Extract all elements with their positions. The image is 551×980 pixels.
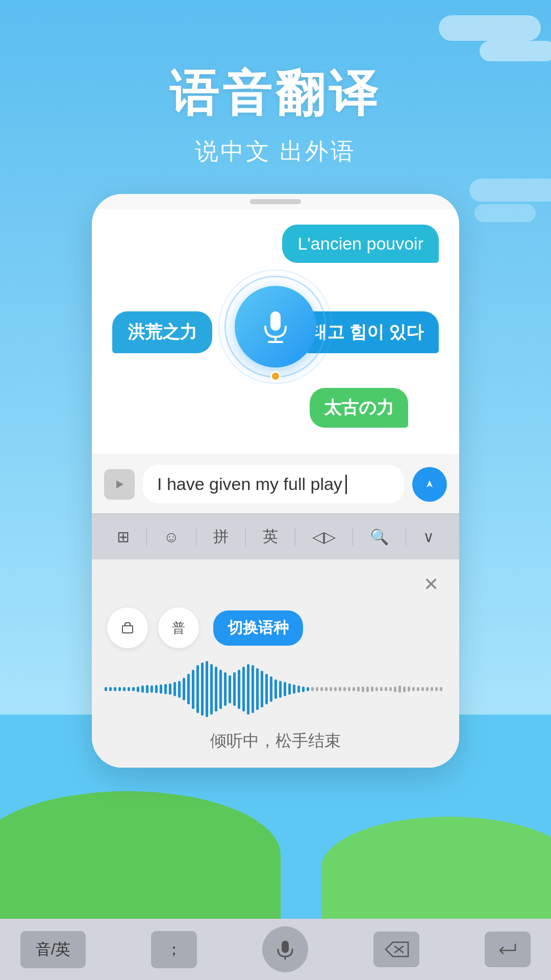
- voice-option-standard[interactable]: 普: [158, 607, 199, 648]
- phone-top-bar: [92, 194, 459, 209]
- input-text: I have given my full play: [157, 474, 342, 494]
- voice-panel-header: ✕: [107, 572, 444, 597]
- wave-bar: [288, 683, 291, 695]
- hills-background: [0, 766, 551, 919]
- wave-bar: [325, 687, 328, 691]
- wave-bar: [201, 663, 204, 716]
- kb-divider-2: [196, 528, 196, 546]
- cursor: [345, 475, 347, 494]
- wave-bar: [206, 661, 208, 717]
- wave-bar: [123, 687, 126, 691]
- wave-bar: [146, 685, 148, 693]
- svg-rect-0: [270, 311, 281, 331]
- phone-speaker: [250, 199, 301, 204]
- kb-divider-1: [146, 528, 147, 546]
- page-title: 语音翻译: [0, 61, 551, 128]
- lang-switch-key[interactable]: 音/英: [20, 931, 86, 968]
- wave-bar: [339, 687, 341, 691]
- wave-bar: [279, 681, 282, 698]
- wave-bar: [256, 668, 259, 710]
- voice-panel: ✕ 普 切换语种 倾听中，松手结束: [92, 559, 459, 768]
- standard-label: 普: [172, 619, 185, 637]
- mic-key-icon: [275, 939, 295, 960]
- expand-icon: [112, 477, 127, 492]
- wave-bar: [421, 687, 424, 691]
- wave-bar: [105, 687, 107, 691]
- header: 语音翻译 说中文 出外语: [0, 0, 551, 167]
- wave-bar: [334, 687, 337, 691]
- mic-key[interactable]: [262, 926, 308, 972]
- wave-bar: [192, 670, 194, 709]
- wave-bar: [375, 687, 378, 692]
- wave-bar: [238, 670, 240, 709]
- wave-bar: [371, 687, 373, 692]
- wave-bar: [265, 674, 268, 705]
- kb-tool-emoji[interactable]: ☺: [156, 524, 188, 550]
- wave-bar: [114, 687, 116, 691]
- svg-rect-6: [122, 626, 133, 633]
- enter-key[interactable]: [485, 932, 531, 967]
- comma-key[interactable]: ；: [151, 931, 197, 968]
- wave-bar: [385, 687, 387, 691]
- wave-bar: [173, 682, 176, 696]
- text-input-display[interactable]: I have given my full play: [143, 465, 404, 503]
- wave-bar: [412, 687, 415, 692]
- wave-bar: [284, 682, 286, 696]
- wave-bar: [229, 675, 231, 703]
- voice-option-briefcase[interactable]: [107, 607, 148, 648]
- backspace-icon: [384, 940, 409, 959]
- briefcase-icon: [118, 619, 137, 637]
- kb-tool-grid[interactable]: ⊞: [109, 524, 138, 550]
- kb-divider-4: [295, 528, 295, 546]
- wave-bar: [137, 687, 139, 692]
- page-subtitle: 说中文 出外语: [0, 136, 551, 167]
- wave-bar: [435, 687, 438, 691]
- mic-button-container: [224, 276, 327, 378]
- wave-bar: [408, 687, 410, 692]
- wave-bar: [187, 674, 190, 705]
- wave-bar: [320, 687, 323, 691]
- kb-tool-search[interactable]: 🔍: [362, 524, 397, 550]
- hill-right: [321, 817, 551, 919]
- keyboard-toolbar: ⊞ ☺ 拼 英 ◁▷ 🔍 ∨: [92, 513, 459, 559]
- voice-close-button[interactable]: ✕: [418, 572, 444, 597]
- bubble-french: L'ancien pouvoir: [282, 225, 439, 263]
- voice-lang-switch-button[interactable]: 切换语种: [213, 610, 303, 646]
- wave-bar: [394, 687, 396, 692]
- wave-bar: [417, 687, 419, 691]
- wave-bar: [293, 684, 295, 694]
- wave-bar: [353, 687, 355, 692]
- kb-divider-3: [245, 528, 246, 546]
- wave-bar: [164, 684, 167, 694]
- waveform: [107, 658, 444, 720]
- wave-bar: [380, 687, 383, 691]
- wave-bar: [242, 667, 245, 712]
- wave-bar: [247, 664, 249, 715]
- mic-button[interactable]: [235, 286, 316, 368]
- wave-bar: [431, 687, 433, 691]
- expand-button[interactable]: [104, 469, 135, 500]
- kb-divider-5: [353, 528, 353, 546]
- wave-bar: [151, 685, 153, 692]
- kb-tool-pinyin[interactable]: 拼: [205, 522, 237, 551]
- wave-bar: [196, 665, 199, 713]
- voice-options-row: 普 切换语种: [107, 607, 444, 648]
- wave-bar: [307, 687, 309, 692]
- backspace-key[interactable]: [373, 932, 419, 967]
- kb-tool-handwrite[interactable]: ◁▷: [304, 524, 344, 550]
- phone-frame: L'ancien pouvoir 洪荒之力 태고 힘이 있다 太古の力: [92, 194, 459, 768]
- wave-bar: [141, 685, 144, 692]
- mic-active-dot: [270, 371, 281, 381]
- wave-bar: [357, 687, 360, 692]
- wave-bar: [270, 676, 272, 702]
- kb-tool-collapse[interactable]: ∨: [415, 524, 442, 550]
- cloud-decoration-3: [469, 179, 551, 202]
- mic-ring: [224, 276, 327, 378]
- wave-bar: [362, 687, 364, 692]
- wave-bar: [366, 687, 369, 692]
- wave-bar: [219, 670, 222, 709]
- wave-bar: [160, 684, 162, 694]
- kb-tool-english[interactable]: 英: [255, 522, 286, 551]
- send-button[interactable]: [412, 467, 447, 502]
- wave-bar: [274, 679, 277, 699]
